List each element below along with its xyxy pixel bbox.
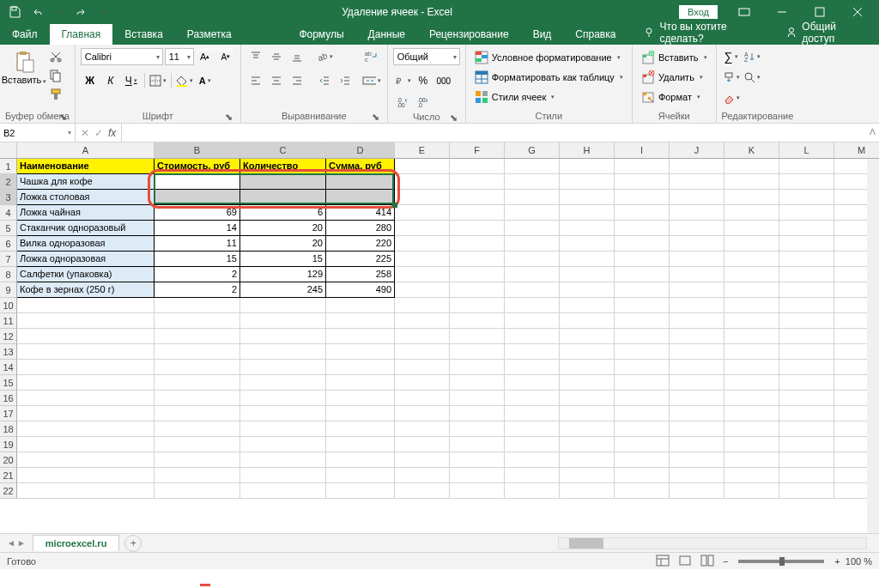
cell[interactable] <box>560 221 615 236</box>
cell[interactable] <box>615 221 670 236</box>
cell[interactable] <box>395 298 450 313</box>
format-as-table-button[interactable]: Форматировать как таблицу <box>471 68 627 86</box>
cell[interactable] <box>724 298 779 313</box>
cell[interactable] <box>155 406 240 421</box>
row-header[interactable]: 14 <box>0 360 17 375</box>
cell[interactable]: 490 <box>326 282 395 298</box>
cell[interactable] <box>17 452 155 468</box>
cell[interactable] <box>724 205 779 221</box>
cell[interactable]: 220 <box>326 236 395 252</box>
cell[interactable] <box>450 190 505 205</box>
cell[interactable] <box>560 468 615 483</box>
cell[interactable] <box>560 391 615 406</box>
font-size-combo[interactable]: 11 <box>165 48 194 65</box>
cell[interactable] <box>724 437 779 452</box>
cell[interactable] <box>779 483 834 499</box>
cell[interactable] <box>615 159 670 174</box>
cell[interactable] <box>615 174 670 190</box>
cell[interactable] <box>670 468 724 483</box>
copy-button[interactable] <box>46 67 65 84</box>
column-header[interactable]: A <box>17 142 155 159</box>
cell[interactable] <box>240 360 326 375</box>
cell[interactable] <box>615 483 670 499</box>
format-painter-button[interactable] <box>46 86 65 103</box>
cell[interactable] <box>326 190 395 205</box>
cell[interactable] <box>670 221 724 236</box>
cell[interactable] <box>560 406 615 421</box>
cell[interactable] <box>779 174 834 190</box>
cell[interactable]: 2 <box>155 267 240 282</box>
cell[interactable] <box>395 159 450 174</box>
cell[interactable] <box>240 452 326 468</box>
cell[interactable] <box>505 329 560 344</box>
cell[interactable] <box>326 174 395 190</box>
cell[interactable] <box>17 344 155 360</box>
enter-formula-icon[interactable]: ✓ <box>94 127 103 139</box>
cell[interactable] <box>615 282 670 298</box>
cell[interactable]: 20 <box>240 221 326 236</box>
cell[interactable] <box>450 159 505 174</box>
cell[interactable] <box>560 159 615 174</box>
align-center-button[interactable] <box>267 72 286 89</box>
cell[interactable] <box>326 344 395 360</box>
cell[interactable] <box>450 452 505 468</box>
cell[interactable] <box>615 391 670 406</box>
tab-review[interactable]: Рецензирование <box>417 24 521 45</box>
horizontal-scrollbar[interactable] <box>558 537 867 549</box>
cell[interactable] <box>724 329 779 344</box>
undo-icon[interactable] <box>27 3 46 21</box>
cell[interactable] <box>724 174 779 190</box>
save-icon[interactable] <box>5 3 24 21</box>
cell[interactable] <box>450 236 505 252</box>
cell[interactable]: Ложка чайная <box>17 205 155 221</box>
zoom-slider[interactable] <box>738 560 824 563</box>
accounting-format-button[interactable]: ₽ <box>393 72 412 89</box>
cell[interactable] <box>724 313 779 329</box>
cell[interactable]: 129 <box>240 267 326 282</box>
cell[interactable] <box>17 421 155 437</box>
cell[interactable] <box>779 190 834 205</box>
sheet-tab[interactable]: microexcel.ru <box>33 535 120 551</box>
column-header[interactable]: H <box>560 142 615 159</box>
cell[interactable] <box>326 298 395 313</box>
cell[interactable] <box>326 406 395 421</box>
row-header[interactable]: 20 <box>0 452 17 468</box>
cell[interactable] <box>560 452 615 468</box>
cell[interactable] <box>450 375 505 391</box>
cell[interactable] <box>779 437 834 452</box>
cell[interactable] <box>17 313 155 329</box>
column-header[interactable]: K <box>724 142 779 159</box>
cell[interactable] <box>17 468 155 483</box>
row-header[interactable]: 8 <box>0 267 17 282</box>
cell[interactable] <box>395 421 450 437</box>
collapse-ribbon-icon[interactable]: ᐱ <box>870 127 876 136</box>
name-box[interactable]: B2 <box>0 124 76 142</box>
cell[interactable] <box>560 329 615 344</box>
cell[interactable] <box>326 483 395 499</box>
font-dialog-launcher[interactable]: ⬊ <box>225 112 233 120</box>
cell[interactable] <box>450 344 505 360</box>
cell[interactable] <box>615 421 670 437</box>
cell[interactable] <box>779 205 834 221</box>
cell[interactable] <box>395 375 450 391</box>
column-header[interactable]: L <box>779 142 834 159</box>
row-header[interactable]: 5 <box>0 221 17 236</box>
cell[interactable] <box>395 221 450 236</box>
cell[interactable] <box>779 236 834 252</box>
cell[interactable] <box>240 437 326 452</box>
zoom-level[interactable]: 100 % <box>846 556 872 567</box>
underline-button[interactable]: Ч <box>122 72 141 89</box>
cell[interactable] <box>155 313 240 329</box>
cell[interactable] <box>670 174 724 190</box>
cell[interactable] <box>615 313 670 329</box>
cell[interactable] <box>779 159 834 174</box>
tab-insert[interactable]: Вставка <box>112 24 175 45</box>
cell[interactable]: Ложка одноразовая <box>17 252 155 267</box>
cell[interactable] <box>670 313 724 329</box>
decrease-indent-button[interactable] <box>315 72 334 89</box>
cell[interactable] <box>670 375 724 391</box>
cell[interactable] <box>724 267 779 282</box>
cell[interactable] <box>670 190 724 205</box>
spreadsheet-grid[interactable]: ABCDEFGHIJKLM 12345678910111213141516171… <box>0 142 879 533</box>
cell[interactable] <box>505 406 560 421</box>
